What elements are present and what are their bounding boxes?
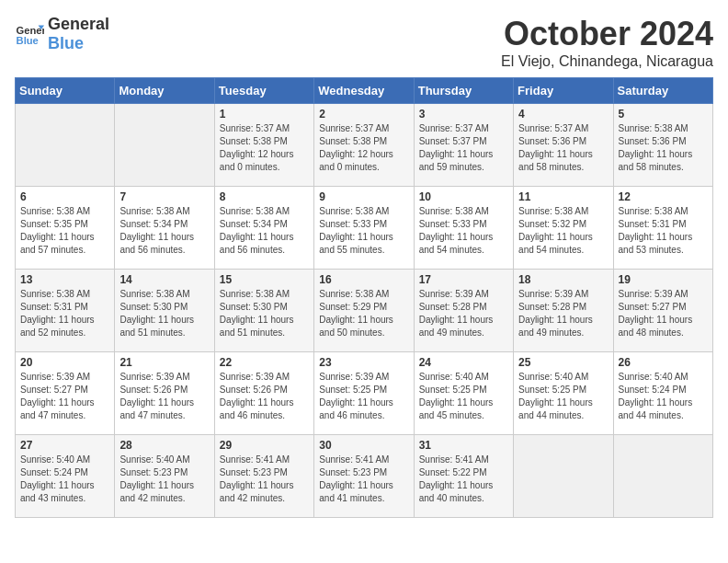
day-detail: Sunrise: 5:38 AM Sunset: 5:31 PM Dayligh… bbox=[20, 288, 109, 339]
day-detail: Sunrise: 5:38 AM Sunset: 5:36 PM Dayligh… bbox=[619, 122, 708, 174]
calendar-week-row: 13Sunrise: 5:38 AM Sunset: 5:31 PM Dayli… bbox=[16, 270, 713, 352]
calendar-cell: 17Sunrise: 5:39 AM Sunset: 5:28 PM Dayli… bbox=[414, 270, 513, 352]
calendar-cell: 27Sunrise: 5:40 AM Sunset: 5:24 PM Dayli… bbox=[16, 435, 115, 518]
day-detail: Sunrise: 5:38 AM Sunset: 5:34 PM Dayligh… bbox=[119, 205, 209, 257]
page-header: General Blue General Blue October 2024 E… bbox=[15, 15, 713, 70]
day-detail: Sunrise: 5:38 AM Sunset: 5:32 PM Dayligh… bbox=[518, 205, 608, 257]
day-detail: Sunrise: 5:37 AM Sunset: 5:38 PM Dayligh… bbox=[220, 122, 309, 174]
day-detail: Sunrise: 5:37 AM Sunset: 5:38 PM Dayligh… bbox=[319, 122, 408, 174]
calendar-week-row: 6Sunrise: 5:38 AM Sunset: 5:35 PM Daylig… bbox=[16, 187, 713, 270]
day-number: 12 bbox=[619, 190, 708, 203]
day-number: 6 bbox=[20, 190, 109, 203]
calendar-week-row: 27Sunrise: 5:40 AM Sunset: 5:24 PM Dayli… bbox=[16, 435, 713, 518]
day-detail: Sunrise: 5:38 AM Sunset: 5:30 PM Dayligh… bbox=[220, 288, 309, 339]
logo-general-text: General bbox=[48, 15, 109, 34]
weekday-header-saturday: Saturday bbox=[613, 78, 712, 104]
day-number: 13 bbox=[20, 273, 109, 286]
weekday-header-wednesday: Wednesday bbox=[314, 78, 414, 104]
calendar-cell: 15Sunrise: 5:38 AM Sunset: 5:30 PM Dayli… bbox=[214, 270, 313, 352]
day-number: 14 bbox=[119, 273, 209, 286]
calendar-cell: 28Sunrise: 5:40 AM Sunset: 5:23 PM Dayli… bbox=[115, 435, 214, 518]
day-number: 27 bbox=[20, 439, 109, 452]
day-number: 28 bbox=[119, 439, 209, 452]
calendar-cell: 18Sunrise: 5:39 AM Sunset: 5:28 PM Dayli… bbox=[514, 270, 613, 352]
day-detail: Sunrise: 5:38 AM Sunset: 5:30 PM Dayligh… bbox=[119, 288, 209, 339]
calendar-cell: 22Sunrise: 5:39 AM Sunset: 5:26 PM Dayli… bbox=[214, 352, 313, 435]
day-number: 26 bbox=[619, 356, 708, 369]
day-number: 9 bbox=[319, 190, 408, 203]
day-number: 8 bbox=[220, 190, 309, 203]
calendar-cell bbox=[514, 435, 613, 518]
day-detail: Sunrise: 5:39 AM Sunset: 5:26 PM Dayligh… bbox=[220, 371, 309, 422]
day-number: 24 bbox=[419, 356, 508, 369]
weekday-header-row: SundayMondayTuesdayWednesdayThursdayFrid… bbox=[16, 78, 713, 104]
day-number: 10 bbox=[419, 190, 508, 203]
day-number: 23 bbox=[319, 356, 408, 369]
calendar-cell: 5Sunrise: 5:38 AM Sunset: 5:36 PM Daylig… bbox=[613, 104, 712, 187]
weekday-header-tuesday: Tuesday bbox=[214, 78, 313, 104]
day-number: 2 bbox=[319, 108, 408, 121]
calendar-week-row: 20Sunrise: 5:39 AM Sunset: 5:27 PM Dayli… bbox=[16, 352, 713, 435]
calendar-cell: 1Sunrise: 5:37 AM Sunset: 5:38 PM Daylig… bbox=[214, 104, 313, 187]
day-detail: Sunrise: 5:40 AM Sunset: 5:24 PM Dayligh… bbox=[619, 371, 708, 422]
day-detail: Sunrise: 5:39 AM Sunset: 5:28 PM Dayligh… bbox=[518, 288, 608, 339]
day-detail: Sunrise: 5:40 AM Sunset: 5:24 PM Dayligh… bbox=[20, 454, 109, 505]
day-detail: Sunrise: 5:38 AM Sunset: 5:35 PM Dayligh… bbox=[20, 205, 109, 257]
title-block: October 2024 El Viejo, Chinandega, Nicar… bbox=[501, 15, 713, 70]
day-detail: Sunrise: 5:38 AM Sunset: 5:34 PM Dayligh… bbox=[220, 205, 309, 257]
calendar-cell: 14Sunrise: 5:38 AM Sunset: 5:30 PM Dayli… bbox=[115, 270, 214, 352]
weekday-header-sunday: Sunday bbox=[16, 78, 115, 104]
day-number: 22 bbox=[220, 356, 309, 369]
day-number: 16 bbox=[319, 273, 408, 286]
day-detail: Sunrise: 5:38 AM Sunset: 5:33 PM Dayligh… bbox=[419, 205, 508, 257]
day-detail: Sunrise: 5:40 AM Sunset: 5:25 PM Dayligh… bbox=[419, 371, 508, 422]
calendar-cell: 31Sunrise: 5:41 AM Sunset: 5:22 PM Dayli… bbox=[414, 435, 513, 518]
day-number: 5 bbox=[619, 108, 708, 121]
calendar-cell: 12Sunrise: 5:38 AM Sunset: 5:31 PM Dayli… bbox=[613, 187, 712, 270]
day-detail: Sunrise: 5:40 AM Sunset: 5:23 PM Dayligh… bbox=[119, 454, 209, 505]
calendar-cell: 24Sunrise: 5:40 AM Sunset: 5:25 PM Dayli… bbox=[414, 352, 513, 435]
calendar-cell: 8Sunrise: 5:38 AM Sunset: 5:34 PM Daylig… bbox=[214, 187, 313, 270]
day-detail: Sunrise: 5:37 AM Sunset: 5:37 PM Dayligh… bbox=[419, 122, 508, 174]
calendar-cell bbox=[115, 104, 214, 187]
day-number: 31 bbox=[419, 439, 508, 452]
day-detail: Sunrise: 5:41 AM Sunset: 5:23 PM Dayligh… bbox=[220, 454, 309, 505]
calendar-week-row: 1Sunrise: 5:37 AM Sunset: 5:38 PM Daylig… bbox=[16, 104, 713, 187]
day-number: 1 bbox=[220, 108, 309, 121]
day-number: 20 bbox=[20, 356, 109, 369]
weekday-header-thursday: Thursday bbox=[414, 78, 513, 104]
svg-text:Blue: Blue bbox=[17, 35, 39, 46]
calendar-cell: 13Sunrise: 5:38 AM Sunset: 5:31 PM Dayli… bbox=[16, 270, 115, 352]
day-number: 19 bbox=[619, 273, 708, 286]
calendar-cell: 26Sunrise: 5:40 AM Sunset: 5:24 PM Dayli… bbox=[613, 352, 712, 435]
weekday-header-friday: Friday bbox=[514, 78, 613, 104]
logo: General Blue General Blue bbox=[15, 15, 109, 53]
day-number: 21 bbox=[119, 356, 209, 369]
day-number: 15 bbox=[220, 273, 309, 286]
day-detail: Sunrise: 5:38 AM Sunset: 5:29 PM Dayligh… bbox=[319, 288, 408, 339]
calendar-cell: 29Sunrise: 5:41 AM Sunset: 5:23 PM Dayli… bbox=[214, 435, 313, 518]
weekday-header-monday: Monday bbox=[115, 78, 214, 104]
calendar-cell: 21Sunrise: 5:39 AM Sunset: 5:26 PM Dayli… bbox=[115, 352, 214, 435]
logo-blue-text: Blue bbox=[48, 34, 84, 52]
calendar-cell bbox=[613, 435, 712, 518]
calendar-cell: 30Sunrise: 5:41 AM Sunset: 5:23 PM Dayli… bbox=[314, 435, 414, 518]
day-number: 18 bbox=[518, 273, 608, 286]
page-title: October 2024 bbox=[501, 15, 713, 53]
day-detail: Sunrise: 5:38 AM Sunset: 5:33 PM Dayligh… bbox=[319, 205, 408, 257]
day-number: 17 bbox=[419, 273, 508, 286]
day-number: 30 bbox=[319, 439, 408, 452]
page-subtitle: El Viejo, Chinandega, Nicaragua bbox=[501, 53, 713, 70]
calendar-cell: 19Sunrise: 5:39 AM Sunset: 5:27 PM Dayli… bbox=[613, 270, 712, 352]
day-detail: Sunrise: 5:39 AM Sunset: 5:26 PM Dayligh… bbox=[119, 371, 209, 422]
day-number: 7 bbox=[119, 190, 209, 203]
day-number: 25 bbox=[518, 356, 608, 369]
day-number: 29 bbox=[220, 439, 309, 452]
calendar-cell: 25Sunrise: 5:40 AM Sunset: 5:25 PM Dayli… bbox=[514, 352, 613, 435]
day-number: 3 bbox=[419, 108, 508, 121]
day-detail: Sunrise: 5:40 AM Sunset: 5:25 PM Dayligh… bbox=[518, 371, 608, 422]
calendar-cell bbox=[16, 104, 115, 187]
calendar-cell: 20Sunrise: 5:39 AM Sunset: 5:27 PM Dayli… bbox=[16, 352, 115, 435]
calendar-cell: 4Sunrise: 5:37 AM Sunset: 5:36 PM Daylig… bbox=[514, 104, 613, 187]
calendar-cell: 16Sunrise: 5:38 AM Sunset: 5:29 PM Dayli… bbox=[314, 270, 414, 352]
